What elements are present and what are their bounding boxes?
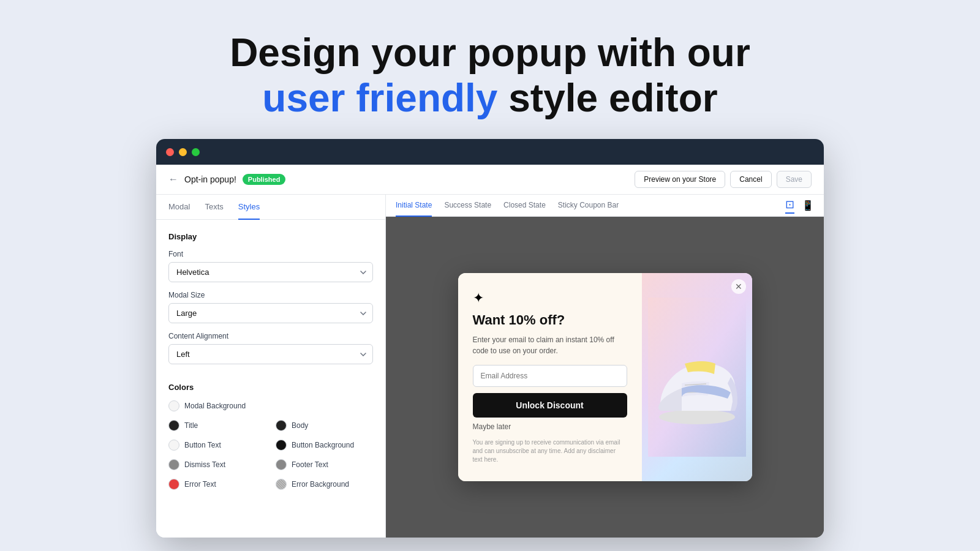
published-badge: Published (243, 174, 286, 185)
color-label-title: Title (184, 421, 198, 430)
preview-header-row: Initial State Success State Closed State… (386, 195, 824, 217)
color-swatch-dismiss (168, 459, 179, 470)
sidebar-tabs: Modal Texts Styles (156, 195, 385, 220)
save-button[interactable]: Save (777, 171, 812, 188)
back-button[interactable]: ← (168, 174, 178, 185)
color-title[interactable]: Title (168, 420, 266, 431)
modal-left: ✦ Want 10% off? Enter your email to clai… (458, 273, 642, 481)
modal-size-select[interactable]: Large (168, 303, 373, 323)
hero-line1: Design your popup with our (230, 31, 750, 76)
preview-state-tabs: Initial State Success State Closed State… (396, 195, 619, 216)
color-row-modal-bg: Modal Background (168, 400, 373, 411)
modal-right-image (642, 273, 752, 481)
tab-success-state[interactable]: Success State (444, 195, 491, 217)
color-error-background[interactable]: Error Background (276, 479, 373, 490)
display-section: Display Font Helvetica Modal Size Large … (156, 220, 385, 373)
color-swatch-footer (276, 459, 287, 470)
shoe-illustration (642, 273, 752, 481)
content-alignment-label: Content Alignment (168, 332, 373, 340)
color-modal-background[interactable]: Modal Background (168, 400, 373, 411)
color-row-title-body: Title Body (168, 420, 373, 431)
color-label-btn-text: Button Text (184, 441, 221, 449)
color-label-error-text: Error Text (184, 480, 216, 489)
right-preview: Initial State Success State Closed State… (386, 195, 824, 538)
cancel-button[interactable]: Cancel (730, 171, 771, 188)
color-button-background[interactable]: Button Background (276, 440, 373, 451)
color-swatch-error-bg (276, 479, 287, 490)
color-label-body: Body (292, 421, 308, 430)
dot-yellow[interactable] (179, 148, 187, 156)
color-swatch-btn-text (168, 440, 179, 451)
color-row-btn: Button Text Button Background (168, 440, 373, 451)
color-swatch-body (276, 420, 287, 431)
color-label-dismiss: Dismiss Text (184, 460, 225, 469)
color-swatch-btn-bg (276, 440, 287, 451)
color-label-error-bg: Error Background (292, 480, 349, 489)
modal-size-label: Modal Size (168, 291, 373, 299)
maybe-later[interactable]: Maybe later (473, 422, 627, 431)
tab-initial-state[interactable]: Initial State (396, 195, 432, 217)
hero-blue-text: user friendly (262, 76, 497, 120)
color-label-footer: Footer Text (292, 460, 328, 469)
disclaimer-text: You are signing up to receive communicat… (473, 438, 627, 464)
dot-green[interactable] (192, 148, 200, 156)
hero-heading: Design your popup with our user friendly… (230, 31, 750, 121)
color-swatch-modal-bg (168, 400, 179, 411)
top-bar-actions: Preview on your Store Cancel Save (635, 171, 812, 188)
color-error-text[interactable]: Error Text (168, 479, 266, 490)
color-label-btn-bg: Button Background (292, 441, 354, 449)
color-dismiss-text[interactable]: Dismiss Text (168, 459, 266, 470)
preview-button[interactable]: Preview on your Store (635, 171, 725, 188)
top-bar: ← Opt-in popup! Published Preview on you… (156, 165, 824, 195)
app-content: ← Opt-in popup! Published Preview on you… (156, 165, 824, 538)
tab-modal[interactable]: Modal (168, 195, 190, 220)
cta-button[interactable]: Unlock Discount (473, 393, 627, 418)
display-label: Display (168, 232, 373, 241)
main-layout: Modal Texts Styles Display Font Helvetic… (156, 195, 824, 538)
browser-titlebar (156, 139, 824, 165)
browser-window: ← Opt-in popup! Published Preview on you… (156, 139, 824, 538)
color-label-modal-bg: Modal Background (184, 402, 246, 410)
modal-close-button[interactable]: ✕ (731, 279, 746, 294)
modal-body: Enter your email to claim an instant 10%… (473, 334, 627, 356)
tab-sticky-coupon-bar[interactable]: Sticky Coupon Bar (558, 195, 619, 217)
dot-red[interactable] (166, 148, 174, 156)
color-row-error: Error Text Error Background (168, 479, 373, 490)
tab-styles[interactable]: Styles (238, 195, 260, 220)
colors-label: Colors (168, 383, 373, 392)
color-footer-text[interactable]: Footer Text (276, 459, 373, 470)
color-row-dismiss-footer: Dismiss Text Footer Text (168, 459, 373, 470)
color-swatch-error-text (168, 479, 179, 490)
modal-headline: Want 10% off? (473, 312, 627, 328)
desktop-icon[interactable]: ⊡ (785, 198, 794, 214)
shoe-svg (648, 298, 746, 457)
device-icons: ⊡ 📱 (785, 198, 814, 214)
font-select[interactable]: Helvetica (168, 262, 373, 282)
hero-line2: user friendly style editor (230, 76, 750, 121)
color-swatch-title (168, 420, 179, 431)
preview-content: Initial State Success State Closed State… (386, 195, 824, 538)
preview-canvas: ✦ Want 10% off? Enter your email to clai… (386, 217, 824, 538)
tab-closed-state[interactable]: Closed State (503, 195, 546, 217)
font-label: Font (168, 250, 373, 258)
svg-point-1 (659, 410, 735, 424)
left-sidebar: Modal Texts Styles Display Font Helvetic… (156, 195, 386, 538)
tab-texts[interactable]: Texts (205, 195, 223, 220)
color-body[interactable]: Body (276, 420, 373, 431)
modal-popup: ✦ Want 10% off? Enter your email to clai… (458, 273, 752, 481)
page-title: Opt-in popup! (184, 174, 236, 184)
email-input[interactable] (473, 365, 627, 387)
hero-dark-text: style editor (497, 76, 717, 120)
colors-section: Colors Modal Background Title (156, 373, 385, 508)
color-button-text[interactable]: Button Text (168, 440, 266, 451)
mobile-icon[interactable]: 📱 (802, 200, 814, 211)
star-icon: ✦ (473, 290, 627, 306)
content-alignment-select[interactable]: Left (168, 344, 373, 364)
